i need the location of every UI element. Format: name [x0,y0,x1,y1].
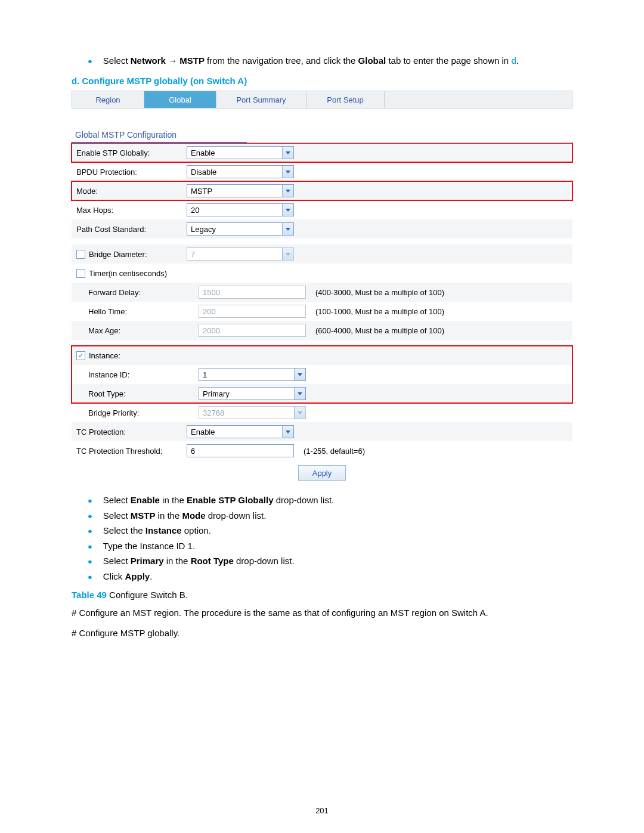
label-tc-threshold: TC Protection Threshold: [72,447,187,456]
select-value: Enable [191,148,215,157]
bullet-icon: ● [88,57,103,66]
apply-button[interactable]: Apply [298,465,346,481]
row-bridge-diameter: Bridge Diameter: 7 [72,244,572,264]
select-max-hops[interactable]: 20 [187,203,294,216]
tab-spacer [385,91,572,108]
label-forward-delay: Forward Delay: [72,288,199,297]
label-instance: ✓ Instance: [72,351,187,360]
bullet-icon: ● [88,542,103,551]
select-enable-stp[interactable]: Enable [187,146,294,159]
list-item: ●Type the Instance ID 1. [72,538,572,554]
input-value: 200 [203,307,216,316]
tab-port-summary[interactable]: Port Summary [216,91,306,108]
label-hello-time: Hello Time: [72,307,199,316]
bullet-icon: ● [88,496,103,505]
list-item: ●Select the Instance option. [72,523,572,538]
mstp-global-screenshot: Region Global Port Summary Port Setup Gl… [72,91,572,481]
tab-global[interactable]: Global [144,91,216,108]
label-tc-protection: TC Protection: [72,428,187,436]
t: MSTP [179,55,205,66]
t: from the navigation tree, and click the [205,55,358,66]
chevron-down-icon [282,204,293,216]
page-number: 201 [0,806,644,815]
checkbox-instance[interactable]: ✓ [76,351,85,360]
label-enable-stp: Enable STP Globally: [72,148,187,157]
row-tc-protection: TC Protection: Enable [72,422,572,441]
chevron-down-icon [294,407,305,419]
label-bridge-diameter: Bridge Diameter: [72,250,187,259]
label-bpdu: BPDU Protection: [72,168,187,176]
row-max-hops: Max Hops: 20 [72,200,572,219]
select-value: 7 [191,250,195,259]
row-bpdu: BPDU Protection: Disable [72,162,572,181]
select-value: 1 [203,370,207,379]
select-value: 20 [191,206,199,215]
row-mode: Mode: MSTP [72,181,572,200]
chevron-down-icon [282,426,293,438]
figure-link-d[interactable]: d [511,55,516,66]
chevron-down-icon [282,223,293,235]
tab-port-setup[interactable]: Port Setup [306,91,385,108]
select-value: Disable [191,168,216,176]
input-value: 1500 [203,288,220,297]
row-bridge-priority: Bridge Priority: 32768 [72,403,572,422]
list-item: ●Select MSTP in the Mode drop-down list. [72,508,572,524]
hint-hello-time: (100-1000, Must be a multiple of 100) [312,307,444,316]
hint-tc-threshold: (1-255, default=6) [300,447,365,456]
row-timer: Timer(in centiseconds) [72,264,572,283]
select-instance-id[interactable]: 1 [199,368,306,381]
chevron-down-icon [282,147,293,159]
label-instance-id: Instance ID: [72,370,199,379]
list-item: ●Click Apply. [72,569,572,584]
select-bridge-diameter[interactable]: 7 [187,247,294,261]
t: Instance: [89,351,120,360]
select-tc-protection[interactable]: Enable [187,425,294,438]
panel-title: Global MSTP Configuration [72,130,572,143]
input-tc-threshold[interactable]: 6 [187,444,294,457]
select-mode[interactable]: MSTP [187,184,294,197]
tabs-bar: Region Global Port Summary Port Setup [72,91,572,109]
t: . [516,55,519,66]
section-title-d: d. Configure MSTP globally (on Switch A) [72,76,572,86]
t: Timer(in centiseconds) [89,269,167,278]
t: Network [131,55,166,66]
bullet-icon: ● [88,572,103,581]
select-value: Legacy [191,225,216,234]
chevron-down-icon [294,388,305,400]
table-number: Table 49 [72,590,107,600]
label-path-cost: Path Cost Standard: [72,225,187,234]
checkbox-bridge-diameter[interactable] [76,250,85,259]
row-hello-time: Hello Time: 200 (100-1000, Must be a mul… [72,302,572,321]
table-caption: Table 49 Configure Switch B. [72,590,572,600]
row-root-type: Root Type: Primary [72,384,572,403]
select-value: 32768 [203,408,224,417]
bullet-icon: ● [88,527,103,535]
paragraph: # Configure MSTP globally. [72,626,572,640]
bullet-icon: ● [88,557,103,566]
bullet-icon: ● [88,512,103,521]
label-timer: Timer(in centiseconds) [72,269,187,278]
chevron-down-icon [282,185,293,197]
tab-region[interactable]: Region [72,91,144,108]
paragraph: # Configure an MST region. The procedure… [72,606,572,620]
input-hello-time[interactable]: 200 [199,305,306,318]
select-root-type[interactable]: Primary [199,387,306,400]
input-value: 2000 [203,326,220,335]
select-bpdu[interactable]: Disable [187,165,294,178]
input-max-age[interactable]: 2000 [199,324,306,337]
select-value: MSTP [191,187,212,196]
arrow-icon: → [166,55,179,66]
select-bridge-priority[interactable]: 32768 [199,406,306,419]
label-bridge-priority: Bridge Priority: [72,408,199,417]
row-tc-threshold: TC Protection Threshold: 6 (1-255, defau… [72,441,572,460]
select-path-cost[interactable]: Legacy [187,222,294,236]
row-enable-stp: Enable STP Globally: Enable [72,143,572,162]
t: Bridge Diameter: [89,250,147,259]
t: Select [103,55,131,66]
label-max-hops: Max Hops: [72,206,187,215]
list-item: ●Select Primary in the Root Type drop-do… [72,553,572,569]
select-value: Primary [203,389,230,398]
input-forward-delay[interactable]: 1500 [199,286,306,299]
row-path-cost: Path Cost Standard: Legacy [72,219,572,239]
checkbox-timer[interactable] [76,269,85,278]
